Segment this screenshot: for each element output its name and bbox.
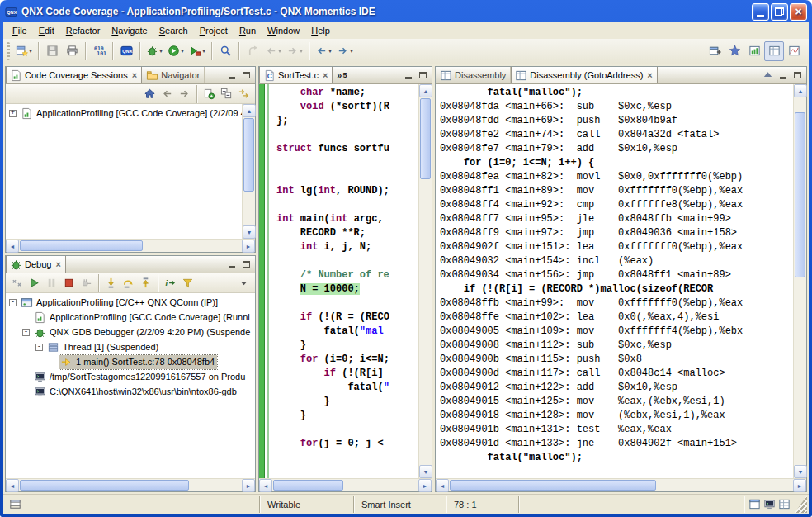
scroll-down-icon[interactable]: ▼ [243, 225, 256, 239]
menu-refactor[interactable]: Refactor [60, 24, 106, 37]
tree-item[interactable]: -Thread [1] (Suspended) [6, 339, 255, 354]
menu-window[interactable]: Window [262, 24, 305, 37]
close-button[interactable]: × [790, 3, 807, 21]
suspend-button[interactable] [43, 274, 60, 292]
disconnect-button[interactable] [78, 274, 95, 292]
scroll-left-icon[interactable]: ◄ [6, 240, 19, 253]
close-tab-icon[interactable]: × [323, 70, 328, 80]
home-button[interactable] [141, 85, 158, 102]
qnx-perspective-button[interactable] [725, 41, 744, 61]
dropdown-arrow-icon[interactable]: ▾ [328, 47, 332, 55]
resume-button[interactable] [26, 274, 43, 292]
collapse-icon[interactable]: - [9, 299, 17, 306]
back-button[interactable] [158, 85, 176, 102]
scroll-right-icon[interactable]: ► [242, 479, 255, 492]
new-wizard-button[interactable]: ▾ [13, 41, 35, 61]
editor-line[interactable]: int lg(int, ROUND); [276, 184, 418, 198]
scroll-right-icon[interactable]: ► [418, 479, 432, 492]
scroll-left-icon[interactable]: ◄ [436, 479, 449, 492]
collapse-icon[interactable]: - [35, 344, 43, 351]
editor-line[interactable]: for (i=0; i<=N; [276, 353, 418, 367]
editor-line[interactable]: if (!(R = (RECO [276, 311, 418, 325]
menu-project[interactable]: Project [194, 24, 234, 37]
code-area[interactable]: char *name; void (*sortf)(R};struct func… [269, 84, 418, 478]
memory-view-icon[interactable] [778, 498, 791, 510]
editor-line[interactable]: struct funcs sortfu [276, 142, 418, 156]
new-session-button[interactable] [201, 85, 218, 102]
scroll-left-icon[interactable]: ◄ [259, 479, 272, 492]
remove-terminated-button[interactable] [8, 274, 26, 292]
up-button[interactable] [761, 69, 775, 82]
horizontal-scrollbar[interactable]: ◄ ► [436, 478, 806, 491]
vertical-scrollbar[interactable]: ▲ ▼ [793, 84, 806, 478]
coverage-tree[interactable]: +ApplicationProfiling [GCC Code Coverage… [6, 104, 242, 239]
editor-line[interactable]: char *name; [276, 86, 418, 100]
scroll-down-icon[interactable]: ▼ [794, 465, 807, 478]
view-tab-navigator[interactable]: Navigator [142, 67, 205, 83]
horizontal-scrollbar[interactable]: ◄ ► [259, 478, 432, 491]
editor-line[interactable]: for(j = 0; j < [276, 437, 418, 451]
run-button[interactable]: ▾ [165, 41, 186, 61]
debug-tree[interactable]: -ApplicationProfiling [C/C++ QNX QConn (… [6, 293, 255, 478]
scroll-down-icon[interactable]: ▼ [419, 465, 432, 478]
menu-run[interactable]: Run [234, 24, 262, 37]
vertical-scrollbar[interactable]: ▲ ▼ [418, 84, 432, 478]
editor-line[interactable]: RECORD **R; [276, 226, 418, 240]
menu-navigate[interactable]: Navigate [106, 24, 153, 37]
tree-item[interactable]: ApplicationProfiling [GCC Code Coverage]… [6, 310, 255, 325]
minimize-view-button[interactable] [401, 69, 415, 82]
editor-line[interactable]: } [276, 409, 418, 423]
scroll-right-icon[interactable]: ► [793, 479, 806, 492]
dropdown-arrow-icon[interactable]: ▾ [350, 47, 353, 55]
minimize-view-button[interactable] [224, 258, 238, 271]
editor-line[interactable] [276, 296, 418, 311]
forward-button[interactable] [176, 85, 193, 102]
external-tools-button[interactable]: ▾ [186, 41, 208, 61]
debug-launch-button[interactable]: ▾ [144, 41, 165, 61]
forward-history-button[interactable]: ▾ [284, 41, 305, 61]
collapse-icon[interactable]: - [22, 329, 30, 336]
close-tab-icon[interactable]: × [132, 70, 137, 80]
expand-icon[interactable]: + [9, 110, 17, 117]
editor-line[interactable] [276, 156, 418, 170]
toolbar-handle[interactable] [7, 42, 10, 60]
editor-line[interactable]: void (*sortf)(R [276, 100, 418, 114]
menu-search[interactable]: Search [153, 24, 194, 37]
maximize-view-button[interactable] [239, 69, 253, 82]
dropdown-arrow-icon[interactable]: ▾ [29, 47, 32, 55]
maximize-button[interactable] [771, 3, 788, 21]
coverage-view-button[interactable] [744, 41, 764, 61]
collapse-all-button[interactable] [218, 85, 235, 102]
editor-line[interactable]: }; [276, 114, 418, 128]
titlebar[interactable]: QNX QNX Code Coverage - ApplicationProfi… [3, 0, 809, 22]
print-button[interactable] [62, 41, 82, 61]
dropdown-arrow-icon[interactable]: ▾ [159, 47, 163, 55]
minimize-button[interactable] [752, 3, 769, 21]
terminate-button[interactable] [60, 274, 78, 292]
profiler-view-button[interactable] [784, 41, 804, 61]
dropdown-arrow-icon[interactable]: ▾ [202, 47, 205, 55]
prev-annotation-button[interactable]: ▾ [313, 41, 334, 61]
tree-item[interactable]: -QNX GDB Debugger (2/2/09 4:20 PM) (Susp… [6, 325, 255, 339]
menu-file[interactable]: File [7, 24, 33, 37]
open-perspective-button[interactable] [705, 41, 725, 61]
step-return-button[interactable] [137, 274, 154, 292]
view-tab-debug[interactable]: Debug× [6, 256, 66, 273]
view-tab-disassembly[interactable]: Disassembly [436, 67, 511, 83]
menu-help[interactable]: Help [305, 24, 336, 37]
editor-line[interactable]: /* Number of re [276, 268, 418, 282]
editor-line[interactable]: fatal(" [276, 381, 418, 395]
tree-item[interactable]: +ApplicationProfiling [GCC Code Coverage… [6, 106, 242, 121]
vertical-scrollbar[interactable]: ▲ ▼ [242, 104, 255, 239]
build-button[interactable]: 010101 [89, 41, 109, 61]
dropdown-arrow-icon[interactable]: ▾ [300, 47, 303, 55]
minimize-view-button[interactable] [224, 69, 238, 82]
editor-line[interactable]: int i, j, N; [276, 240, 418, 254]
editor-line[interactable] [276, 170, 418, 184]
view-tab-disassembly-gotoaddress[interactable]: Disassembly (GotoAddress)× [511, 67, 657, 83]
editor-tab-overflow[interactable]: »5 [333, 67, 351, 83]
qnx-button[interactable]: QNX [116, 41, 136, 61]
editor-line[interactable] [276, 423, 418, 437]
minimize-view-button[interactable] [776, 69, 790, 82]
editor-line[interactable] [276, 128, 418, 142]
